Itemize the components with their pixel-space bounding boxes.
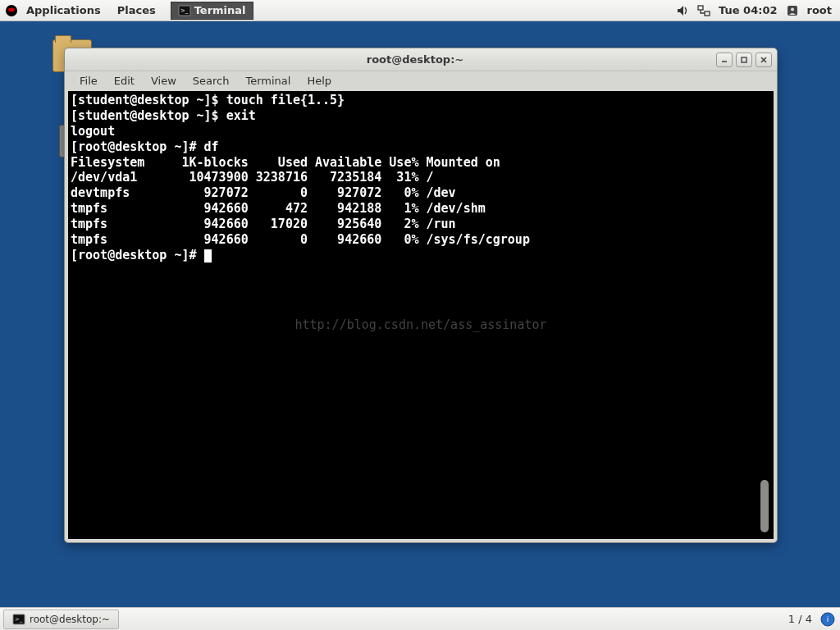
taskbar-app-label: root@desktop:~: [30, 614, 110, 625]
terminal-cursor: [204, 249, 212, 262]
taskbar-app-terminal[interactable]: >_ root@desktop:~: [3, 609, 119, 629]
vertical-scrollbar-thumb[interactable]: [760, 480, 769, 532]
clock-label[interactable]: Tue 04:02: [719, 4, 777, 16]
svg-text:>_: >_: [180, 7, 189, 14]
svg-rect-5: [698, 6, 703, 10]
user-menu-label[interactable]: root: [807, 4, 833, 16]
window-minimize-button[interactable]: [716, 52, 733, 67]
svg-marker-4: [678, 6, 683, 16]
watermark-text: http://blog.csdn.net/ass_assinator: [68, 317, 774, 333]
gnome-bottom-panel: >_ root@desktop:~ 1 / 4 i: [0, 607, 840, 630]
window-maximize-button[interactable]: [736, 52, 752, 67]
svg-text:>_: >_: [15, 616, 23, 623]
menu-view[interactable]: View: [143, 71, 185, 91]
gnome-top-panel: Applications Places >_ Terminal Tue 04:0…: [0, 0, 840, 21]
places-menu[interactable]: Places: [109, 0, 164, 21]
terminal-icon: >_: [12, 613, 25, 626]
svg-rect-6: [705, 11, 710, 16]
terminal-window: root@desktop:~ File Edit View Search Ter…: [64, 48, 778, 543]
svg-point-8: [791, 7, 794, 11]
window-titlebar[interactable]: root@desktop:~: [65, 48, 777, 71]
window-close-button[interactable]: [756, 52, 772, 67]
terminal-viewport[interactable]: [student@desktop ~]$ touch file{1..5} [s…: [68, 91, 774, 539]
menu-edit[interactable]: Edit: [106, 71, 143, 91]
show-desktop-icon[interactable]: i: [820, 612, 835, 627]
svg-point-1: [8, 7, 15, 11]
terminal-output: [student@desktop ~]$ touch file{1..5} [s…: [71, 93, 771, 263]
svg-text:i: i: [827, 615, 829, 623]
menu-file[interactable]: File: [71, 71, 106, 91]
window-title: root@desktop:~: [114, 53, 716, 66]
menu-terminal[interactable]: Terminal: [237, 71, 299, 91]
svg-rect-10: [742, 57, 746, 62]
workspace-indicator[interactable]: 1 / 4: [788, 613, 812, 625]
network-icon[interactable]: [697, 4, 710, 17]
menu-search[interactable]: Search: [185, 71, 238, 91]
menu-help[interactable]: Help: [299, 71, 340, 91]
terminal-icon: >_: [178, 4, 191, 17]
redhat-logo-icon: [5, 4, 18, 17]
volume-icon[interactable]: [676, 4, 689, 17]
terminal-menubar: File Edit View Search Terminal Help: [65, 71, 777, 91]
applications-menu[interactable]: Applications: [18, 0, 109, 21]
user-icon[interactable]: [786, 4, 799, 17]
top-panel-task-terminal[interactable]: >_ Terminal: [171, 2, 253, 20]
top-panel-task-label: Terminal: [194, 4, 246, 16]
